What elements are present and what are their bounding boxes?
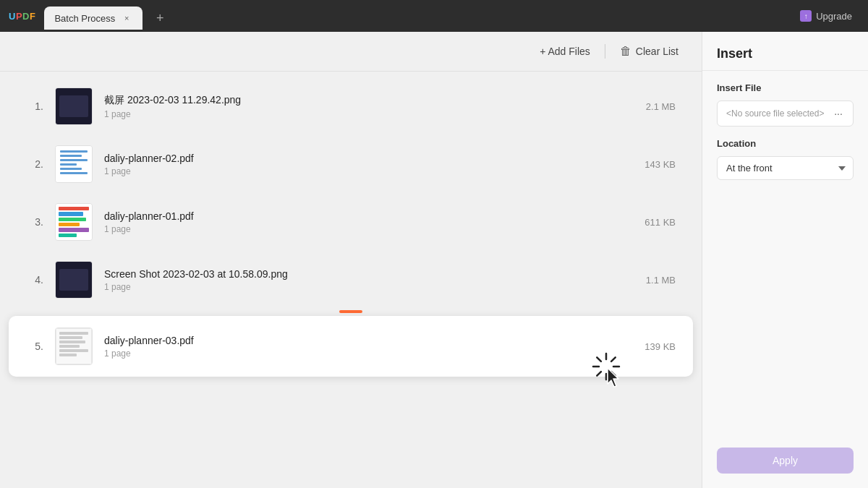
drag-indicator (339, 310, 362, 313)
insert-file-placeholder: <No source file selected> (726, 108, 827, 119)
file-thumbnail (55, 145, 93, 183)
file-name: daliy-planner-03.pdf (104, 335, 633, 346)
item-number: 5. (26, 341, 43, 352)
upgrade-button[interactable]: ↑ Upgrade (793, 7, 859, 25)
file-info: daliy-planner-01.pdf 1 page (104, 210, 633, 234)
file-thumbnail (55, 261, 93, 299)
list-item[interactable]: 5. daliy-planner-03.pdf 1 page 139 K (9, 316, 693, 377)
insert-file-input-row[interactable]: <No source file selected> ··· (717, 100, 854, 127)
file-list-panel: + Add Files 🗑 Clear List 1. 截屏 2023-02-0… (0, 32, 702, 488)
more-options-button[interactable]: ··· (830, 105, 847, 122)
file-thumbnail (55, 87, 93, 125)
clear-list-label: Clear List (636, 46, 678, 57)
insert-file-label: Insert File (717, 82, 854, 93)
list-item[interactable]: 3. daliy-planner-01.pdf 1 page 611 K (14, 194, 687, 249)
file-name: 截屏 2023-02-03 11.29.42.png (104, 94, 634, 107)
location-select[interactable]: At the front At the end After page Befor… (717, 156, 854, 180)
file-info: daliy-planner-03.pdf 1 page (104, 335, 633, 359)
file-info: daliy-planner-02.pdf 1 page (104, 153, 633, 176)
svg-line-5 (597, 372, 601, 376)
file-name: daliy-planner-01.pdf (104, 210, 633, 222)
file-size: 1.1 MB (646, 275, 676, 286)
item-number: 1. (26, 100, 43, 112)
file-name: Screen Shot 2023-02-03 at 10.58.09.png (104, 268, 634, 280)
file-thumbnail (55, 328, 93, 365)
item-number: 2. (26, 158, 43, 170)
tab-label: Batch Process (54, 13, 115, 24)
file-pages: 1 page (104, 109, 634, 119)
file-thumbnail (55, 203, 93, 241)
logo-letter-u: U (9, 11, 16, 22)
toolbar-divider (605, 44, 605, 59)
right-panel: Insert Insert File <No source file selec… (702, 32, 868, 488)
file-size: 139 KB (644, 341, 676, 352)
file-size: 611 KB (644, 217, 676, 228)
logo-letter-p: P (16, 11, 22, 22)
file-size: 2.1 MB (646, 101, 676, 112)
file-pages: 1 page (104, 224, 633, 234)
item-number: 4. (26, 274, 43, 286)
main-content: + Add Files 🗑 Clear List 1. 截屏 2023-02-0… (0, 32, 868, 488)
list-item[interactable]: 4. Screen Shot 2023-02-03 at 10.58.09.pn… (14, 252, 687, 307)
toolbar: + Add Files 🗑 Clear List (0, 32, 702, 72)
logo-letter-d: D (22, 11, 30, 22)
trash-icon: 🗑 (620, 45, 631, 58)
tab-close-button[interactable]: × (121, 12, 132, 24)
add-files-button[interactable]: + Add Files (531, 41, 599, 61)
file-info: Screen Shot 2023-02-03 at 10.58.09.png 1… (104, 268, 634, 292)
svg-line-3 (611, 372, 616, 376)
updf-logo: UPDF (9, 11, 35, 22)
list-item[interactable]: 1. 截屏 2023-02-03 11.29.42.png 1 page 2.1… (14, 79, 687, 134)
drag-indicator-area (26, 310, 676, 313)
upgrade-label: Upgrade (816, 11, 852, 22)
panel-spacer (702, 192, 868, 448)
file-pages: 1 page (104, 282, 634, 292)
panel-header: Insert (702, 32, 868, 71)
file-name: daliy-planner-02.pdf (104, 153, 633, 164)
upgrade-icon: ↑ (800, 10, 812, 22)
logo-letter-f: F (30, 11, 35, 22)
batch-process-tab[interactable]: Batch Process × (44, 7, 142, 30)
add-files-label: + Add Files (540, 46, 590, 57)
titlebar: UPDF Batch Process × + ↑ Upgrade (0, 0, 868, 32)
list-item[interactable]: 2. daliy-planner-02.pdf 1 page 143 K (14, 137, 687, 192)
clear-list-button[interactable]: 🗑 Clear List (611, 40, 687, 62)
file-pages: 1 page (104, 348, 633, 359)
insert-file-section: Insert File <No source file selected> ··… (702, 71, 868, 138)
file-info: 截屏 2023-02-03 11.29.42.png 1 page (104, 94, 634, 119)
svg-marker-8 (608, 368, 618, 387)
apply-button[interactable]: Apply (717, 448, 854, 474)
item-number: 3. (26, 216, 43, 228)
file-pages: 1 page (104, 166, 633, 176)
location-label: Location (717, 138, 854, 149)
location-section: Location At the front At the end After p… (702, 138, 868, 192)
file-size: 143 KB (644, 159, 676, 170)
new-tab-button[interactable]: + (151, 9, 169, 27)
file-list: 1. 截屏 2023-02-03 11.29.42.png 1 page 2.1… (0, 72, 702, 488)
